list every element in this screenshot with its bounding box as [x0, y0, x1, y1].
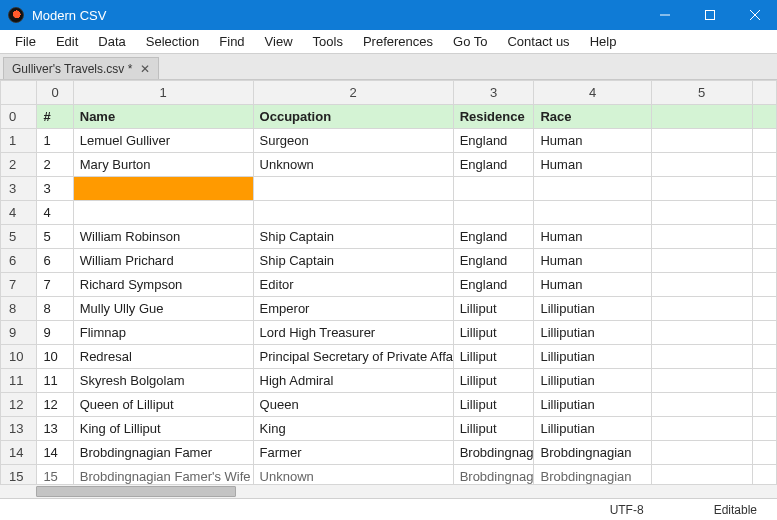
cell[interactable] [651, 393, 752, 417]
cell[interactable]: Brobdingnag [453, 441, 534, 465]
cell[interactable]: Lemuel Gulliver [73, 129, 253, 153]
cell[interactable]: Human [534, 225, 651, 249]
cell[interactable] [651, 345, 752, 369]
cell[interactable]: 13 [37, 417, 73, 441]
cell[interactable]: England [453, 273, 534, 297]
cell[interactable]: Lilliputian [534, 393, 651, 417]
cell[interactable]: Flimnap [73, 321, 253, 345]
cell[interactable] [651, 417, 752, 441]
cell[interactable]: Lilliput [453, 417, 534, 441]
cell[interactable]: Lilliput [453, 393, 534, 417]
column-header[interactable]: 1 [73, 81, 253, 105]
cell[interactable]: Lilliput [453, 345, 534, 369]
cell[interactable]: 2 [37, 153, 73, 177]
menu-view[interactable]: View [256, 32, 302, 51]
cell[interactable]: Human [534, 129, 651, 153]
cell[interactable]: 9 [37, 321, 73, 345]
cell[interactable]: England [453, 129, 534, 153]
column-header[interactable]: 2 [253, 81, 453, 105]
row-header[interactable]: 1 [1, 129, 37, 153]
row-header[interactable]: 14 [1, 441, 37, 465]
menu-contact-us[interactable]: Contact us [498, 32, 578, 51]
cell[interactable] [651, 225, 752, 249]
row-header[interactable]: 12 [1, 393, 37, 417]
corner-header[interactable] [1, 81, 37, 105]
cell[interactable]: Ship Captain [253, 249, 453, 273]
cell[interactable]: 12 [37, 393, 73, 417]
cell[interactable]: 14 [37, 441, 73, 465]
cell[interactable]: Lilliput [453, 297, 534, 321]
cell[interactable] [651, 177, 752, 201]
horizontal-scrollbar[interactable] [0, 484, 777, 498]
cell[interactable]: England [453, 249, 534, 273]
cell[interactable]: Human [534, 249, 651, 273]
cell[interactable]: 7 [37, 273, 73, 297]
data-grid[interactable]: 012345 0#NameOccupationResidenceRace11Le… [0, 80, 777, 489]
cell[interactable]: Lilliputian [534, 345, 651, 369]
cell[interactable]: Ship Captain [253, 225, 453, 249]
cell[interactable]: 1 [37, 129, 73, 153]
cell[interactable]: Lilliputian [534, 417, 651, 441]
cell[interactable]: Lilliputian [534, 321, 651, 345]
cell[interactable]: Editor [253, 273, 453, 297]
cell[interactable] [253, 177, 453, 201]
close-button[interactable] [732, 0, 777, 30]
cell[interactable] [534, 177, 651, 201]
cell[interactable]: # [37, 105, 73, 129]
cell[interactable] [651, 129, 752, 153]
cell[interactable]: Residence [453, 105, 534, 129]
cell[interactable]: William Robinson [73, 225, 253, 249]
minimize-button[interactable] [642, 0, 687, 30]
cell[interactable]: Principal Secretary of Private Affairs [253, 345, 453, 369]
cell[interactable] [651, 105, 752, 129]
row-header[interactable]: 8 [1, 297, 37, 321]
cell[interactable] [651, 273, 752, 297]
cell[interactable]: King [253, 417, 453, 441]
cell[interactable]: Surgeon [253, 129, 453, 153]
cell[interactable] [73, 201, 253, 225]
cell[interactable]: Queen [253, 393, 453, 417]
cell[interactable]: 11 [37, 369, 73, 393]
scrollbar-thumb[interactable] [36, 486, 236, 497]
cell[interactable]: Unknown [253, 153, 453, 177]
maximize-button[interactable] [687, 0, 732, 30]
cell[interactable]: Human [534, 273, 651, 297]
cell[interactable] [651, 249, 752, 273]
menu-tools[interactable]: Tools [304, 32, 352, 51]
row-header[interactable]: 7 [1, 273, 37, 297]
cell[interactable]: Lilliput [453, 369, 534, 393]
cell[interactable] [73, 177, 253, 201]
menu-data[interactable]: Data [89, 32, 134, 51]
cell[interactable]: 10 [37, 345, 73, 369]
row-header[interactable]: 2 [1, 153, 37, 177]
row-header[interactable]: 9 [1, 321, 37, 345]
cell[interactable] [453, 177, 534, 201]
cell[interactable]: Name [73, 105, 253, 129]
cell[interactable] [651, 321, 752, 345]
cell[interactable]: Lilliputian [534, 297, 651, 321]
cell[interactable]: England [453, 225, 534, 249]
row-header[interactable]: 11 [1, 369, 37, 393]
column-header[interactable]: 0 [37, 81, 73, 105]
cell[interactable]: England [453, 153, 534, 177]
row-header[interactable]: 0 [1, 105, 37, 129]
cell[interactable]: 6 [37, 249, 73, 273]
cell[interactable] [453, 201, 534, 225]
menu-go-to[interactable]: Go To [444, 32, 496, 51]
cell[interactable]: 4 [37, 201, 73, 225]
cell[interactable]: Mary Burton [73, 153, 253, 177]
row-header[interactable]: 4 [1, 201, 37, 225]
cell[interactable]: Skyresh Bolgolam [73, 369, 253, 393]
cell[interactable]: 5 [37, 225, 73, 249]
cell[interactable] [651, 201, 752, 225]
cell[interactable]: 8 [37, 297, 73, 321]
cell[interactable]: Brobdingnagian Famer [73, 441, 253, 465]
cell[interactable] [651, 441, 752, 465]
cell[interactable]: Occupation [253, 105, 453, 129]
row-header[interactable]: 10 [1, 345, 37, 369]
cell[interactable]: Race [534, 105, 651, 129]
cell[interactable]: Emperor [253, 297, 453, 321]
menu-help[interactable]: Help [581, 32, 626, 51]
menu-find[interactable]: Find [210, 32, 253, 51]
menu-edit[interactable]: Edit [47, 32, 87, 51]
